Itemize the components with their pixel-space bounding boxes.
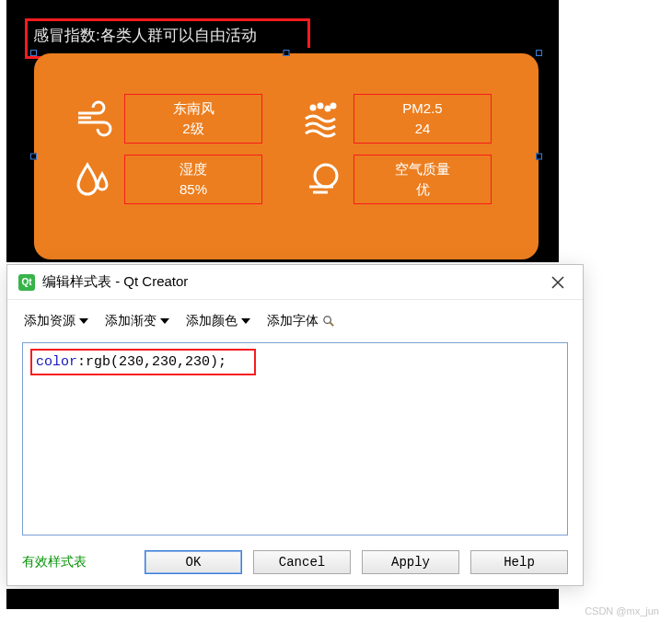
dialog-title: 编辑样式表 - Qt Creator xyxy=(42,273,544,291)
toolbar: 添加资源 添加渐变 添加颜色 添加字体 xyxy=(7,300,583,339)
weather-cell-air: 空气质量 优 xyxy=(300,155,502,204)
add-gradient-menu[interactable]: 添加渐变 xyxy=(105,313,169,329)
toolbar-label: 添加颜色 xyxy=(186,313,238,329)
weather-label: 湿度 xyxy=(180,159,207,180)
design-canvas xyxy=(6,589,559,609)
resize-handle[interactable] xyxy=(536,50,542,56)
svg-point-0 xyxy=(311,106,315,109)
add-color-menu[interactable]: 添加颜色 xyxy=(186,313,250,329)
weather-panel[interactable]: 东南风 2级 PM2.5 xyxy=(34,53,539,259)
chevron-down-icon xyxy=(241,318,250,324)
qt-icon: Qt xyxy=(18,274,35,291)
code-highlight: color:rgb(230,230,230); xyxy=(30,349,256,375)
resize-handle[interactable] xyxy=(536,154,542,160)
svg-point-2 xyxy=(326,107,330,110)
cancel-button[interactable]: Cancel xyxy=(253,550,351,574)
svg-point-3 xyxy=(331,104,335,108)
chevron-down-icon xyxy=(79,318,88,324)
svg-point-1 xyxy=(319,104,322,108)
valid-stylesheet-label: 有效样式表 xyxy=(22,554,87,570)
toolbar-label: 添加资源 xyxy=(24,313,75,329)
weather-label: 东南风 xyxy=(173,98,214,120)
add-resource-menu[interactable]: 添加资源 xyxy=(24,313,88,329)
stylesheet-dialog: Qt 编辑样式表 - Qt Creator 添加资源 添加渐变 添加颜色 添加字… xyxy=(6,264,584,586)
titlebar[interactable]: Qt 编辑样式表 - Qt Creator xyxy=(7,265,583,300)
weather-value-box[interactable]: 湿度 85% xyxy=(124,155,262,204)
weather-value: 2级 xyxy=(182,119,203,140)
stylesheet-editor[interactable]: color:rgb(230,230,230); xyxy=(22,342,568,536)
air-quality-icon xyxy=(300,157,344,202)
resize-handle[interactable] xyxy=(30,50,37,56)
weather-cell-wind: 东南风 2级 xyxy=(71,94,272,144)
add-font-button[interactable]: 添加字体 xyxy=(267,313,336,329)
weather-label: PM2.5 xyxy=(402,98,442,120)
humidity-icon xyxy=(71,157,115,202)
weather-cell-humidity: 湿度 85% xyxy=(71,155,272,204)
help-button[interactable]: Help xyxy=(470,550,568,574)
css-rest: :rgb(230,230,230); xyxy=(77,354,226,370)
dialog-footer: 有效样式表 OK Cancel Apply Help xyxy=(7,543,583,585)
pm25-icon xyxy=(300,97,344,141)
design-canvas: 感冒指数:各类人群可以自由活动 东南风 2级 xyxy=(6,0,559,262)
weather-cell-pm25: PM2.5 24 xyxy=(300,94,502,144)
close-icon xyxy=(551,276,564,289)
resize-handle[interactable] xyxy=(30,154,37,160)
resize-handle[interactable] xyxy=(284,50,290,56)
cold-index-label[interactable]: 感冒指数:各类人群可以自由活动 xyxy=(25,18,310,48)
svg-point-4 xyxy=(315,165,337,187)
weather-grid: 东南风 2级 PM2.5 xyxy=(34,53,539,223)
search-icon xyxy=(322,315,336,328)
weather-value-box[interactable]: 东南风 2级 xyxy=(124,94,262,144)
weather-value: 优 xyxy=(416,179,430,201)
close-button[interactable] xyxy=(544,269,572,296)
css-keyword: color xyxy=(36,354,77,370)
watermark: CSDN @mx_jun xyxy=(585,605,659,616)
svg-point-5 xyxy=(324,316,331,323)
ok-button[interactable]: OK xyxy=(145,550,242,574)
chevron-down-icon xyxy=(160,318,169,324)
weather-value-box[interactable]: PM2.5 24 xyxy=(353,94,492,144)
toolbar-label: 添加字体 xyxy=(267,313,319,329)
wind-icon xyxy=(71,97,115,141)
weather-value: 24 xyxy=(415,119,431,140)
weather-value: 85% xyxy=(180,179,207,201)
weather-value-box[interactable]: 空气质量 优 xyxy=(353,155,492,204)
apply-button[interactable]: Apply xyxy=(362,550,459,574)
weather-label: 空气质量 xyxy=(395,159,450,180)
toolbar-label: 添加渐变 xyxy=(105,313,156,329)
